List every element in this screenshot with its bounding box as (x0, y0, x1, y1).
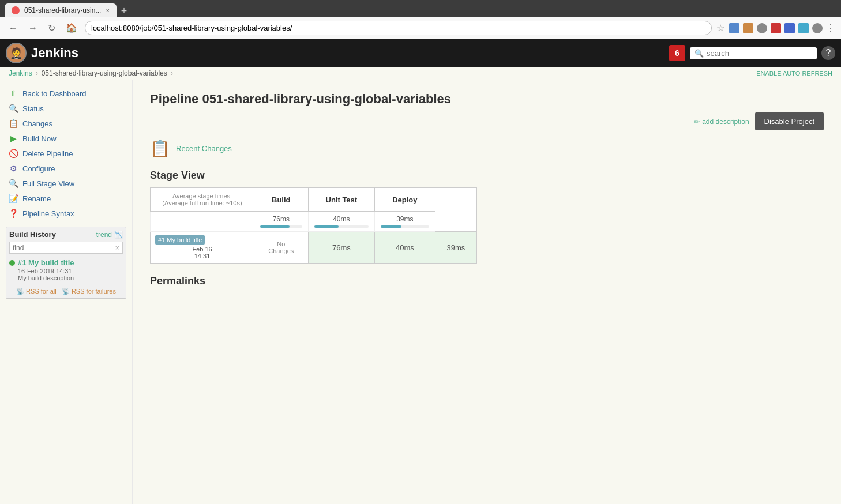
notification-badge[interactable]: 6 (669, 45, 685, 61)
build-cell-build[interactable]: 76ms (308, 232, 375, 264)
header-search-input[interactable] (707, 49, 812, 58)
active-tab[interactable]: 051-shared-library-usin... × (5, 3, 117, 17)
build-now-icon: ▶ (9, 134, 18, 143)
browser-toolbar: ← → ↻ 🏠 ☆ ⋮ (0, 17, 841, 39)
stage-bar-deploy (381, 225, 401, 228)
jenkins-logo-text: Jenkins (31, 46, 78, 61)
stage-col-deploy: Deploy (375, 188, 435, 212)
build-item-link[interactable]: #1 My build title (9, 258, 123, 267)
build-time-label: 14:31 (155, 253, 249, 259)
stage-avg-label: Average stage times: (159, 193, 245, 200)
back-icon: ⇧ (9, 89, 18, 98)
build-history-panel: Build History trend 📉 × #1 My build titl… (6, 227, 126, 299)
user-icon[interactable] (812, 23, 823, 33)
back-button[interactable]: ← (6, 22, 21, 35)
stage-avg-times-row: 76ms 40ms 39ms (151, 212, 477, 232)
avg-time-build: 76ms (260, 215, 302, 223)
full-stage-icon: 🔍 (9, 179, 18, 188)
sidebar-item-back-to-dashboard[interactable]: ⇧ Back to Dashboard (0, 86, 132, 101)
sidebar-label-pipeline-syntax: Pipeline Syntax (22, 209, 74, 218)
disable-project-button[interactable]: Disable Project (755, 112, 824, 130)
trend-link[interactable]: trend 📉 (96, 231, 123, 239)
build-search-box: × (9, 242, 123, 254)
extension-icon-1[interactable] (729, 23, 739, 33)
trend-chart-icon: 📉 (114, 231, 123, 239)
clear-search-icon[interactable]: × (115, 243, 119, 252)
menu-icon[interactable]: ⋮ (826, 22, 835, 33)
stage-bar-unittest (314, 225, 339, 228)
sidebar-item-pipeline-syntax[interactable]: ❓ Pipeline Syntax (0, 206, 132, 221)
recent-changes: 📋 Recent Changes (150, 139, 824, 158)
breadcrumb-sep-2: › (171, 69, 173, 77)
status-icon: 🔍 (9, 104, 18, 113)
stage-view-title: Stage View (150, 170, 824, 182)
build-search-input[interactable] (13, 244, 115, 252)
sidebar-label-changes: Changes (22, 119, 52, 128)
extension-icon-2[interactable] (743, 23, 753, 33)
build-history-title: Build History (9, 230, 56, 239)
build-history-header: Build History trend 📉 (9, 230, 123, 239)
breadcrumb-current: 051-shared-library-using-global-variable… (42, 69, 167, 77)
reload-button[interactable]: ↻ (45, 21, 58, 35)
address-bar[interactable] (85, 21, 712, 35)
extension-icon-6[interactable] (798, 23, 809, 33)
stage-bar-deploy-container (381, 225, 429, 228)
build-item: #1 My build title 16-Feb-2019 14:31 My b… (9, 257, 123, 283)
sidebar-item-delete-pipeline[interactable]: 🚫 Delete Pipeline (0, 146, 132, 161)
breadcrumb-sep-1: › (36, 69, 38, 77)
browser-chrome: 051-shared-library-usin... × + (0, 0, 841, 17)
build-tooltip[interactable]: #1 My build title (155, 235, 205, 245)
pipeline-syntax-icon: ❓ (9, 209, 18, 218)
sidebar-label-configure: Configure (22, 164, 55, 173)
rss-all-link[interactable]: RSS for all (26, 288, 57, 295)
extension-icon-4[interactable] (771, 23, 781, 33)
browser-tabs: 051-shared-library-usin... × + (5, 3, 836, 17)
recent-changes-icon: 📋 (150, 139, 170, 158)
sidebar-label-build-now: Build Now (22, 134, 57, 143)
bookmark-icon[interactable]: ☆ (716, 22, 724, 33)
recent-changes-link[interactable]: Recent Changes (176, 144, 232, 153)
build-cell-deploy[interactable]: 39ms (435, 232, 477, 264)
breadcrumb: Jenkins › 051-shared-library-using-globa… (0, 67, 841, 80)
sidebar-item-changes[interactable]: 📋 Changes (0, 116, 132, 131)
delete-icon: 🚫 (9, 149, 18, 158)
sidebar-label-status: Status (22, 104, 44, 113)
sidebar-item-rename[interactable]: 📝 Rename (0, 191, 132, 206)
stage-view-table: Average stage times: (Average full run t… (150, 187, 477, 264)
rss-failures-link[interactable]: RSS for failures (72, 288, 116, 295)
rss-icon-all: 📡 (16, 288, 24, 295)
extension-icon-3[interactable] (757, 23, 767, 33)
tab-title: 051-shared-library-usin... (24, 6, 101, 14)
sidebar-item-build-now[interactable]: ▶ Build Now (0, 131, 132, 146)
sidebar-label-full-stage: Full Stage View (22, 179, 74, 188)
sidebar-item-full-stage-view[interactable]: 🔍 Full Stage View (0, 176, 132, 191)
add-description-link[interactable]: ✏ add description (694, 118, 749, 126)
stage-avg-deploy: 39ms (375, 212, 435, 232)
browser-action-icons: ⋮ (729, 22, 835, 33)
permalinks-title: Permalinks (150, 275, 824, 287)
build-cell-unittest[interactable]: 40ms (375, 232, 435, 264)
help-icon[interactable]: ? (821, 46, 835, 60)
stage-header-row: Average stage times: (Average full run t… (151, 188, 477, 212)
home-button[interactable]: 🏠 (63, 21, 80, 35)
jenkins-logo[interactable]: 🤵 Jenkins (6, 43, 78, 63)
rename-icon: 📝 (9, 194, 18, 203)
new-tab-button[interactable]: + (117, 5, 132, 17)
extension-icon-5[interactable] (784, 23, 795, 33)
sidebar-label-delete: Delete Pipeline (22, 149, 73, 158)
edit-icon: ✏ (694, 118, 700, 126)
sidebar-item-configure[interactable]: ⚙ Configure (0, 161, 132, 176)
tab-close-button[interactable]: × (106, 7, 109, 14)
stage-col-unittest-label: Unit Test (326, 195, 358, 204)
build-date-label: Feb 16 (155, 246, 249, 253)
stage-bar-unittest-container (314, 225, 369, 228)
breadcrumb-jenkins-link[interactable]: Jenkins (9, 69, 32, 77)
sidebar-item-status[interactable]: 🔍 Status (0, 101, 132, 116)
build-row-1: #1 My build title Feb 16 14:31 No Change… (151, 232, 477, 264)
trend-anchor[interactable]: trend (96, 231, 112, 239)
avg-time-deploy: 39ms (381, 215, 429, 223)
forward-button[interactable]: → (25, 22, 40, 35)
rss-links: 📡 RSS for all 📡 RSS for failures (9, 288, 123, 295)
enable-auto-refresh-link[interactable]: ENABLE AUTO REFRESH (756, 70, 832, 77)
add-description-label: add description (702, 118, 749, 126)
